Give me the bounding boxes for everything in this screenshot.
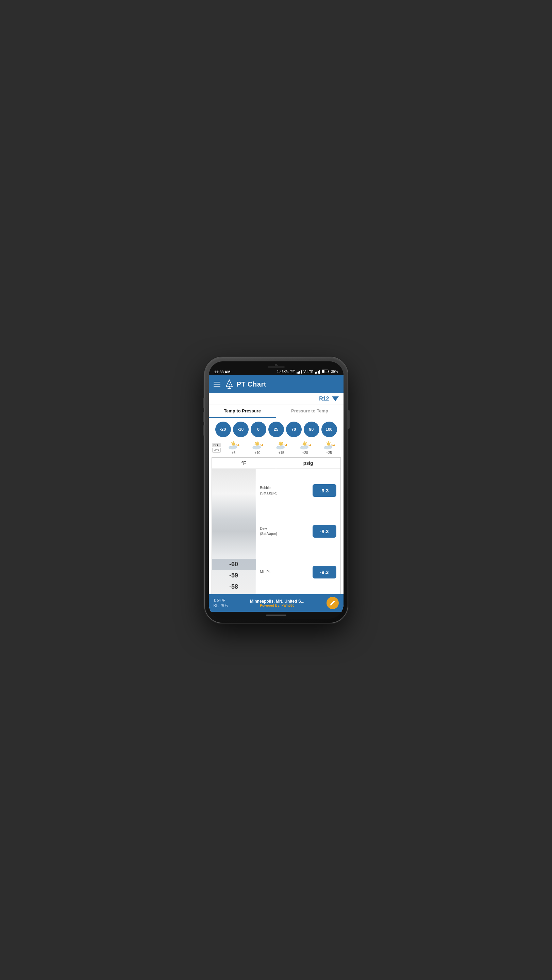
phone-frame: 11:33 AM 1.46K/s bbox=[205, 357, 347, 623]
wifi-icon bbox=[290, 370, 295, 374]
temp-value-1: -59 bbox=[212, 570, 256, 581]
svg-point-14 bbox=[228, 447, 236, 450]
svg-line-11 bbox=[235, 442, 235, 443]
refrigerant-bar: R12 bbox=[209, 393, 344, 405]
pressure-value-dew[interactable]: -9.3 bbox=[312, 525, 336, 538]
carrier-label: VoLTE bbox=[303, 370, 313, 374]
svg-point-4 bbox=[232, 442, 235, 446]
data-content: -60 -59 -58 Bubble (Sat.Liquid) -9.3 bbox=[211, 469, 341, 594]
temp-bubble-1[interactable]: -10 bbox=[233, 422, 249, 437]
bottom-powered-by: Powered By: kWh360 bbox=[231, 604, 324, 608]
weather-item-1[interactable]: 54 +10 bbox=[251, 441, 264, 455]
status-bar: 11:33 AM 1.46K/s bbox=[209, 368, 344, 375]
svg-point-24 bbox=[279, 442, 282, 446]
svg-rect-2 bbox=[322, 370, 324, 372]
weather-icon-container-4: 54 bbox=[322, 441, 335, 450]
tabs-container: Temp to Pressure Pressure to Temp bbox=[209, 405, 344, 418]
tab-temp-to-pressure[interactable]: Temp to Pressure bbox=[209, 405, 276, 418]
svg-point-33 bbox=[303, 442, 306, 446]
db-label: DB bbox=[212, 443, 221, 447]
status-right-icons: 1.46K/s VoLTE bbox=[277, 369, 338, 374]
app-header: PT Chart bbox=[209, 375, 344, 393]
bottom-location: Minneapolis, MN, United S... bbox=[231, 599, 324, 604]
phone-top-decoration bbox=[209, 361, 344, 368]
pencil-icon bbox=[330, 600, 336, 606]
wb-label: WB bbox=[212, 448, 221, 453]
weather-icon-container-1: 54 bbox=[251, 441, 264, 450]
header-logo-area: PT Chart bbox=[224, 379, 266, 390]
edit-fab-button[interactable] bbox=[327, 597, 339, 609]
app-title: PT Chart bbox=[237, 380, 266, 388]
weather-offset-4: +25 bbox=[326, 451, 332, 455]
svg-point-23 bbox=[252, 447, 260, 450]
signal-bars bbox=[297, 370, 302, 374]
data-section: ºF psig -60 -59 -58 Bubble bbox=[209, 457, 344, 594]
svg-line-19 bbox=[255, 442, 255, 443]
app-logo-icon bbox=[224, 379, 235, 390]
temp-bubble-3[interactable]: 25 bbox=[268, 422, 284, 437]
temp-bubble-6[interactable]: 100 bbox=[321, 422, 337, 437]
svg-point-50 bbox=[324, 447, 331, 450]
weather-icon-container-2: 54 bbox=[275, 441, 288, 450]
weather-icon-container-3: 54 bbox=[298, 441, 311, 450]
status-time: 11:33 AM bbox=[214, 370, 231, 374]
svg-rect-1 bbox=[328, 371, 329, 372]
pressure-row-bubble: Bubble (Sat.Liquid) -9.3 bbox=[260, 484, 336, 497]
weather-row: DB WB bbox=[209, 439, 344, 457]
temp-bubble-0[interactable]: -20 bbox=[215, 422, 231, 437]
pressure-label-midpt: Mid Pt. bbox=[260, 569, 271, 575]
app-container: PT Chart R12 Temp to Pressure Pressure t… bbox=[209, 375, 344, 612]
weather-offset-2: +15 bbox=[278, 451, 284, 455]
pressure-label-dew: Dew (Sat.Vapor) bbox=[260, 526, 277, 537]
svg-point-15 bbox=[255, 442, 259, 446]
temp-bubble-5[interactable]: 90 bbox=[304, 422, 319, 437]
weather-offset-1: +10 bbox=[254, 451, 260, 455]
bottom-temp: T: 54 ºF bbox=[214, 598, 228, 603]
svg-point-32 bbox=[276, 447, 284, 450]
weather-temp-4: 54 bbox=[331, 443, 335, 447]
weather-item-2[interactable]: 54 +15 bbox=[275, 441, 288, 455]
weather-item-3[interactable]: 54 +20 bbox=[298, 441, 311, 455]
home-indicator bbox=[209, 612, 344, 619]
svg-line-38 bbox=[306, 442, 306, 443]
temp-bubble-2[interactable]: 0 bbox=[251, 422, 266, 437]
col-header-pressure: psig bbox=[276, 458, 341, 469]
temp-bubble-4[interactable]: 70 bbox=[286, 422, 302, 437]
refrigerant-selector[interactable]: R12 bbox=[319, 396, 338, 402]
speaker-bar bbox=[268, 366, 285, 368]
pressure-column: Bubble (Sat.Liquid) -9.3 Dew (Sat.Vapor)… bbox=[256, 469, 341, 594]
signal-bars-2 bbox=[315, 370, 320, 374]
temp-value-2: -58 bbox=[212, 581, 256, 592]
weather-item-4[interactable]: 54 +25 bbox=[322, 441, 335, 455]
hamburger-menu[interactable] bbox=[214, 382, 220, 387]
svg-point-42 bbox=[327, 442, 330, 446]
pressure-value-midpt[interactable]: -9.3 bbox=[312, 566, 336, 579]
refrigerant-name: R12 bbox=[319, 396, 329, 402]
weather-item-0[interactable]: 54 +5 bbox=[227, 441, 240, 455]
tab-pressure-to-temp[interactable]: Pressure to Temp bbox=[276, 405, 344, 418]
weather-temp-0: 54 bbox=[236, 443, 240, 447]
svg-line-37 bbox=[303, 442, 303, 443]
svg-line-9 bbox=[231, 442, 232, 443]
weather-offset-3: +20 bbox=[302, 451, 308, 455]
battery-icon bbox=[322, 369, 329, 374]
svg-line-20 bbox=[259, 442, 259, 443]
battery-percent: 39% bbox=[331, 370, 338, 374]
home-bar bbox=[266, 614, 286, 616]
pressure-row-dew: Dew (Sat.Vapor) -9.3 bbox=[260, 525, 336, 538]
weather-offset-0: +5 bbox=[232, 451, 235, 455]
svg-line-46 bbox=[327, 442, 327, 443]
phone-screen: 11:33 AM 1.46K/s bbox=[209, 361, 344, 619]
temp-value-0: -60 bbox=[212, 559, 256, 570]
pressure-value-bubble[interactable]: -9.3 bbox=[312, 484, 336, 497]
network-speed: 1.46K/s bbox=[277, 370, 289, 374]
pressure-label-bubble: Bubble (Sat.Liquid) bbox=[260, 485, 278, 496]
weather-items: 54 +5 bbox=[223, 441, 340, 455]
svg-line-47 bbox=[330, 442, 330, 443]
bottom-bar: T: 54 ºF RH: 76 % Minneapolis, MN, Unite… bbox=[209, 594, 344, 612]
pressure-row-midpt: Mid Pt. -9.3 bbox=[260, 566, 336, 579]
col-header-temp: ºF bbox=[212, 458, 276, 469]
weather-temp-3: 54 bbox=[308, 443, 311, 447]
weather-temp-2: 54 bbox=[284, 443, 287, 447]
temp-scroll-column[interactable]: -60 -59 -58 bbox=[212, 469, 256, 594]
